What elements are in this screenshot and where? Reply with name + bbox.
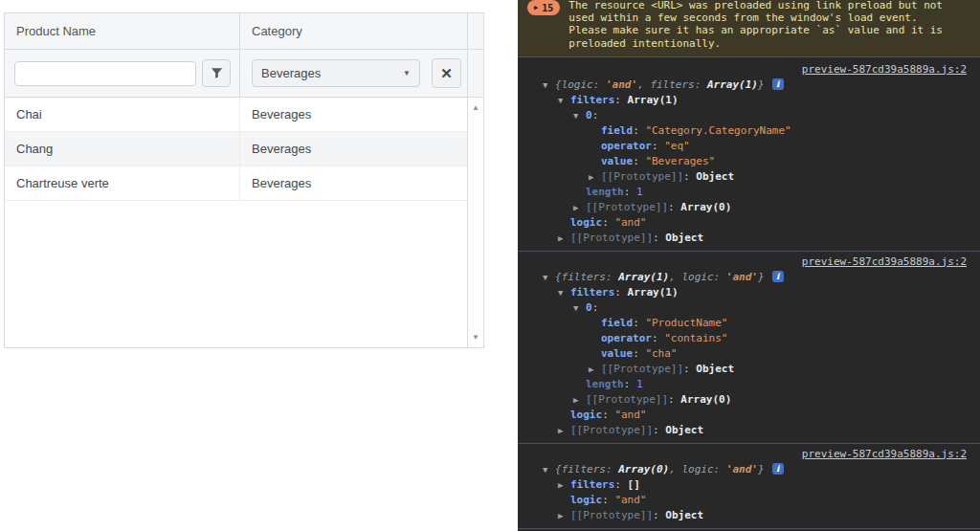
expand-arrow-icon[interactable]: ▶ bbox=[573, 200, 586, 215]
console-object-row[interactable]: ▶[[Prototype]]: Object bbox=[518, 508, 980, 523]
console-object-row[interactable]: ▶[[Prototype]]: Array(0) bbox=[518, 392, 980, 408]
header-scrollbar-spacer bbox=[467, 13, 483, 49]
colon: : bbox=[653, 509, 665, 521]
property-key: 0 bbox=[586, 301, 592, 314]
console-object-preview[interactable]: ▼{filters: Array(0), logic: 'and'}i bbox=[518, 462, 980, 477]
source-link[interactable]: preview-587cd39a5889a.js:2 bbox=[802, 63, 967, 76]
category-filter-dropdown[interactable]: Beverages ▼ bbox=[252, 59, 420, 87]
colon: : bbox=[592, 301, 605, 314]
colon: : bbox=[614, 478, 627, 491]
console-object-row[interactable]: length: 1 bbox=[518, 377, 980, 392]
expand-arrow-icon[interactable]: ▼ bbox=[543, 462, 555, 477]
console-object-row[interactable]: logic: "and" bbox=[518, 408, 980, 423]
scroll-up-icon[interactable]: ▲ bbox=[468, 103, 483, 112]
console-object-row[interactable]: ▼0: bbox=[518, 300, 980, 316]
console-object-row[interactable]: logic: "and" bbox=[518, 215, 980, 231]
property-key: value bbox=[601, 155, 633, 167]
console-object-row[interactable]: ▼filters: Array(1) bbox=[518, 285, 980, 300]
console-object-row[interactable]: value: "cha" bbox=[518, 346, 980, 362]
clear-filter-button[interactable]: ✕ bbox=[432, 58, 461, 88]
console-object-row[interactable]: ▶[[Prototype]]: Object bbox=[518, 362, 980, 377]
property-key: value bbox=[601, 347, 633, 360]
console-object-preview[interactable]: ▼{logic: 'and', filters: Array(1)}i bbox=[518, 77, 980, 93]
console-object-preview[interactable]: ▼{filters: Array(1), logic: 'and'}i bbox=[518, 270, 980, 285]
console-object-row[interactable]: operator: "eq" bbox=[518, 139, 980, 154]
source-link-row: preview-587cd39a5889a.js:2 bbox=[518, 61, 980, 77]
property-value: "contains" bbox=[664, 332, 727, 344]
column-header-category[interactable]: Category bbox=[240, 13, 467, 49]
property-value: Array(0) bbox=[680, 201, 731, 213]
expand-arrow-icon[interactable]: ▼ bbox=[558, 93, 570, 108]
warning-count-badge[interactable]: ▶ 15 bbox=[527, 0, 560, 15]
console-object-row[interactable]: ▼filters: Array(1) bbox=[518, 93, 980, 108]
source-link[interactable]: preview-587cd39a5889a.js:2 bbox=[802, 255, 967, 268]
product-name-cell: Chartreuse verte bbox=[5, 166, 240, 200]
filter-scrollbar-spacer bbox=[467, 50, 483, 97]
column-header-label: Category bbox=[252, 24, 302, 38]
expand-arrow-icon[interactable]: ▼ bbox=[543, 77, 555, 93]
property-value: Object bbox=[665, 509, 703, 521]
expand-arrow-icon[interactable]: ▶ bbox=[589, 169, 601, 185]
preview-segment: : bbox=[606, 463, 618, 476]
property-key: filters bbox=[570, 286, 614, 299]
expand-arrow-icon[interactable]: ▶ bbox=[558, 477, 570, 493]
preview-segment: 'and' bbox=[726, 271, 758, 283]
product-filter-input[interactable] bbox=[14, 61, 196, 86]
preview-segment: , bbox=[637, 78, 650, 91]
expand-arrow-icon[interactable]: ▶ bbox=[558, 231, 570, 246]
console-object-row[interactable]: ▶filters: [] bbox=[518, 477, 980, 493]
colon: : bbox=[614, 94, 627, 106]
console-message: preview-587cd39a5889a.js:2▼{logic: 'and'… bbox=[518, 59, 980, 252]
column-header-product-name[interactable]: Product Name bbox=[5, 13, 240, 49]
property-value: 1 bbox=[636, 378, 643, 390]
colon: : bbox=[633, 124, 645, 137]
info-icon[interactable]: i bbox=[772, 463, 784, 475]
property-value: Object bbox=[665, 232, 703, 244]
expand-arrow-icon[interactable]: ▶ bbox=[558, 423, 570, 438]
expand-arrow-icon[interactable]: ▼ bbox=[573, 300, 586, 316]
property-key: field bbox=[601, 317, 633, 329]
warning-text: The resource <URL> was preloaded using l… bbox=[568, 0, 943, 50]
preview-segment: , bbox=[669, 271, 681, 283]
product-filter-button[interactable] bbox=[202, 59, 231, 87]
info-icon[interactable]: i bbox=[772, 271, 784, 282]
expand-arrow-icon[interactable]: ▼ bbox=[543, 270, 555, 285]
console-object-row[interactable]: ▼0: bbox=[518, 108, 980, 123]
console-object-row[interactable]: value: "Beverages" bbox=[518, 154, 980, 169]
table-row[interactable]: ChangBeverages bbox=[5, 132, 467, 166]
console-object-row[interactable]: ▶[[Prototype]]: Object bbox=[518, 423, 980, 438]
vertical-scrollbar[interactable]: ▲ ▼ bbox=[467, 98, 483, 347]
category-cell: Beverages bbox=[240, 166, 467, 200]
preview-segment: } bbox=[758, 463, 765, 476]
console-object-row[interactable]: field: "Category.CategoryName" bbox=[518, 123, 980, 139]
console-object-row[interactable]: logic: "and" bbox=[518, 493, 980, 508]
colon: : bbox=[633, 155, 645, 167]
info-icon[interactable]: i bbox=[772, 78, 784, 90]
table-row[interactable]: ChaiBeverages bbox=[5, 98, 467, 132]
console-object-row[interactable]: ▶[[Prototype]]: Object bbox=[518, 169, 980, 185]
console-object-row[interactable]: field: "ProductName" bbox=[518, 316, 980, 331]
expand-arrow-icon[interactable]: ▶ bbox=[573, 392, 586, 408]
console-object-row[interactable]: operator: "contains" bbox=[518, 331, 980, 346]
grid-filter-row: Beverages ▼ ✕ bbox=[5, 50, 483, 98]
property-key: logic bbox=[570, 409, 602, 421]
column-header-label: Product Name bbox=[16, 24, 96, 38]
preview-segment: : bbox=[593, 78, 606, 91]
preview-segment: filters bbox=[562, 271, 606, 283]
preview-segment: : bbox=[714, 463, 726, 476]
property-key: logic bbox=[570, 216, 602, 229]
property-key: logic bbox=[570, 494, 602, 506]
expand-arrow-icon[interactable]: ▼ bbox=[573, 108, 586, 123]
scroll-down-icon[interactable]: ▼ bbox=[468, 333, 483, 342]
console-object-row[interactable]: length: 1 bbox=[518, 185, 980, 200]
preview-segment: filters bbox=[650, 78, 694, 91]
expand-arrow-icon[interactable]: ▶ bbox=[558, 508, 570, 523]
expand-arrow-icon[interactable]: ▶ bbox=[589, 362, 601, 377]
property-key: [[Prototype]] bbox=[570, 232, 653, 244]
expand-arrow-icon[interactable]: ▼ bbox=[558, 285, 570, 300]
console-object-row[interactable]: ▶[[Prototype]]: Array(0) bbox=[518, 200, 980, 215]
property-value: "and" bbox=[614, 494, 646, 506]
table-row[interactable]: Chartreuse verteBeverages bbox=[5, 166, 467, 201]
source-link[interactable]: preview-587cd39a5889a.js:2 bbox=[802, 448, 967, 460]
console-object-row[interactable]: ▶[[Prototype]]: Object bbox=[518, 231, 980, 246]
